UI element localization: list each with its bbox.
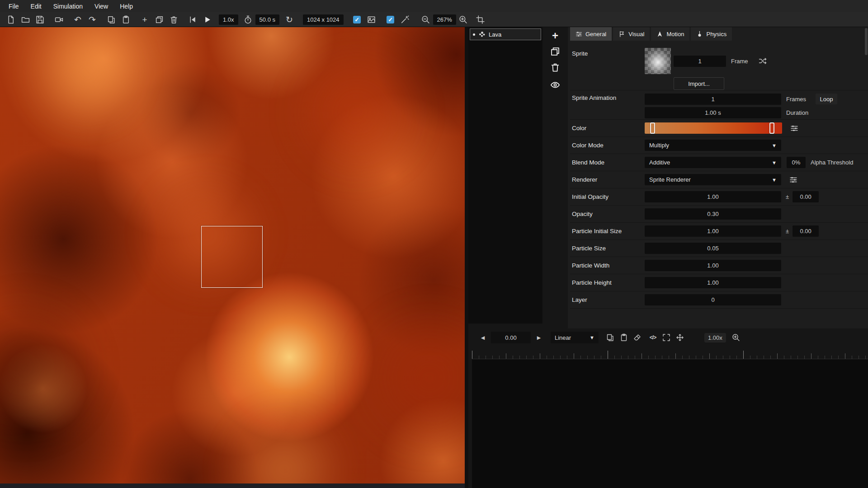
menu-help[interactable]: Help bbox=[114, 3, 139, 10]
step-back-button[interactable]: ◀ bbox=[477, 332, 488, 343]
zoom-level-input[interactable]: 267% bbox=[433, 14, 456, 25]
color-settings-button[interactable] bbox=[788, 122, 800, 134]
panel-divider[interactable] bbox=[465, 27, 468, 488]
sliders-icon bbox=[576, 31, 582, 38]
particle-width-input[interactable]: 1.00 bbox=[645, 260, 781, 271]
timeline-clear-button[interactable] bbox=[632, 332, 643, 343]
initial-opacity-variance-input[interactable]: 0.00 bbox=[793, 191, 819, 202]
initial-opacity-input[interactable]: 1.00 bbox=[645, 191, 781, 202]
properties-scrollbar[interactable] bbox=[865, 28, 868, 55]
simulation-time-button[interactable] bbox=[241, 13, 255, 26]
checked-checkbox-icon: ✓ bbox=[387, 16, 394, 23]
zoom-out-button[interactable] bbox=[419, 13, 433, 26]
delete-layer-button[interactable] bbox=[549, 61, 561, 73]
zoom-in-button[interactable] bbox=[456, 13, 471, 26]
chevron-down-icon: ▼ bbox=[772, 143, 777, 148]
skip-to-start-button[interactable] bbox=[185, 13, 200, 26]
loop-toggle-button[interactable]: Loop bbox=[816, 94, 837, 104]
tab-motion[interactable]: Motion bbox=[651, 27, 689, 41]
timeline-pan-button[interactable] bbox=[675, 332, 685, 343]
frame-label: Frame bbox=[731, 58, 748, 65]
menu-file[interactable]: File bbox=[3, 3, 25, 10]
interpolation-select[interactable]: Linear ▼ bbox=[551, 332, 599, 343]
layer-list-panel: Lava bbox=[468, 27, 542, 324]
play-button[interactable] bbox=[200, 13, 214, 26]
redo-button[interactable]: ↷ bbox=[85, 13, 99, 26]
duplicate-layer-button[interactable] bbox=[549, 46, 561, 57]
timeline-time-input[interactable]: 0.00 bbox=[491, 332, 531, 343]
copy-button[interactable] bbox=[104, 13, 118, 26]
renderer-select[interactable]: Sprite Renderer ▼ bbox=[645, 174, 781, 185]
duplicate-button[interactable] bbox=[152, 13, 166, 26]
chevron-down-icon: ▼ bbox=[590, 335, 594, 340]
color-gradient-bar[interactable] bbox=[645, 122, 782, 134]
renderer-settings-button[interactable] bbox=[788, 174, 799, 186]
sprite-frame-input[interactable]: 1 bbox=[674, 56, 726, 67]
particle-initial-size-variance-input[interactable]: 0.00 bbox=[793, 225, 819, 237]
background-image-button[interactable] bbox=[364, 13, 379, 26]
particle-size-input[interactable]: 0.05 bbox=[645, 243, 781, 254]
row-blend-mode: Blend Mode Additive ▼ 0% Alpha Threshold bbox=[570, 154, 868, 171]
add-emitter-button[interactable]: + bbox=[137, 13, 152, 26]
color-mode-select[interactable]: Multiply ▼ bbox=[645, 140, 781, 151]
step-forward-button[interactable]: ▶ bbox=[533, 332, 544, 343]
menu-bar: File Edit Simulation View Help bbox=[0, 0, 868, 12]
chevron-down-icon: ▼ bbox=[772, 177, 777, 183]
alpha-threshold-input[interactable]: 0% bbox=[787, 157, 806, 168]
viewport-column bbox=[0, 27, 465, 488]
layer-input[interactable]: 0 bbox=[645, 294, 781, 305]
playback-speed-input[interactable]: 1.0x bbox=[219, 14, 238, 25]
gradient-handle-left[interactable] bbox=[650, 122, 655, 134]
duration-input[interactable]: 50.0 s bbox=[255, 14, 279, 25]
particle-initial-size-input[interactable]: 1.00 bbox=[645, 225, 781, 237]
properties-tabs: General Visual Motion Physics bbox=[570, 27, 868, 41]
record-video-button[interactable] bbox=[52, 13, 66, 26]
open-file-button[interactable] bbox=[18, 13, 33, 26]
interpolation-value: Linear bbox=[555, 334, 571, 341]
effects-checkbox[interactable]: ✓ bbox=[383, 13, 398, 26]
animation-duration-input[interactable]: 1.00 s bbox=[645, 107, 781, 118]
timeline-paste-button[interactable] bbox=[618, 332, 629, 343]
add-layer-button[interactable]: + bbox=[549, 30, 561, 42]
crop-button[interactable] bbox=[473, 13, 488, 26]
simulation-viewport[interactable] bbox=[0, 27, 465, 483]
plus-minus-sign: ± bbox=[786, 228, 789, 235]
particle-height-input[interactable]: 1.00 bbox=[645, 277, 781, 288]
timeline-zoom-button[interactable] bbox=[731, 332, 741, 343]
row-sprite-animation: Sprite Animation 1 Frames Loop 1.00 s Du… bbox=[570, 90, 868, 120]
opacity-input[interactable]: 0.30 bbox=[645, 208, 781, 220]
post-effects-button[interactable] bbox=[398, 13, 412, 26]
timeline-fit-button[interactable] bbox=[661, 332, 672, 343]
timeline-ruler[interactable] bbox=[472, 347, 868, 359]
paste-button[interactable] bbox=[118, 13, 133, 26]
timeline-tracks-area[interactable] bbox=[472, 359, 868, 488]
resolution-input[interactable]: 1024 x 1024 bbox=[303, 14, 344, 25]
timeline-expression-button[interactable]: </> bbox=[647, 332, 658, 343]
sprite-thumbnail[interactable] bbox=[645, 48, 671, 74]
timeline-zoom-value[interactable]: 1.00x bbox=[704, 333, 726, 343]
randomize-frame-button[interactable] bbox=[757, 56, 768, 66]
menu-simulation[interactable]: Simulation bbox=[47, 3, 89, 10]
delete-button[interactable] bbox=[166, 13, 181, 26]
background-visibility-checkbox[interactable]: ✓ bbox=[350, 13, 364, 26]
gradient-handle-right[interactable] bbox=[769, 122, 774, 134]
toggle-layer-visibility-button[interactable] bbox=[549, 79, 561, 91]
tab-visual[interactable]: Visual bbox=[613, 27, 650, 41]
save-button[interactable] bbox=[33, 13, 47, 26]
tab-physics[interactable]: Physics bbox=[691, 27, 732, 41]
new-file-button[interactable] bbox=[4, 13, 18, 26]
menu-view[interactable]: View bbox=[89, 3, 114, 10]
layer-item-lava[interactable]: Lava bbox=[470, 28, 541, 40]
undo-button[interactable]: ↶ bbox=[71, 13, 85, 26]
import-sprite-button[interactable]: Import... bbox=[674, 77, 724, 90]
frames-input[interactable]: 1 bbox=[645, 94, 781, 105]
restart-button[interactable]: ↻ bbox=[282, 13, 297, 26]
blend-mode-select[interactable]: Additive ▼ bbox=[645, 157, 781, 168]
tab-general[interactable]: General bbox=[570, 27, 612, 41]
row-particle-initial-size: Particle Initial Size 1.00 ± 0.00 bbox=[570, 223, 868, 240]
initial-opacity-label: Initial Opacity bbox=[570, 193, 645, 200]
menu-edit[interactable]: Edit bbox=[25, 3, 47, 10]
emitter-selection-rect[interactable] bbox=[201, 226, 263, 288]
copy-icon bbox=[107, 15, 116, 24]
timeline-copy-button[interactable] bbox=[605, 332, 616, 343]
